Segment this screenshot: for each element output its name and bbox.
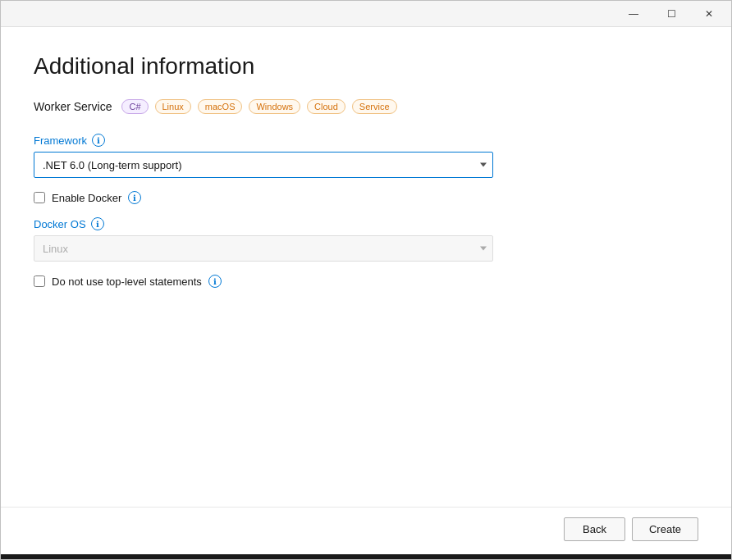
enable-docker-checkbox[interactable] (34, 192, 45, 203)
tag-macos: macOS (198, 99, 243, 114)
enable-docker-row: Enable Docker ℹ (34, 191, 493, 204)
framework-info-icon[interactable]: ℹ (92, 134, 105, 147)
tag-linux: Linux (155, 99, 191, 114)
back-button[interactable]: Back (564, 517, 625, 541)
minimize-button[interactable]: — (615, 1, 652, 27)
page-title: Additional information (34, 53, 698, 80)
framework-label-row: Framework ℹ (34, 134, 493, 147)
bottom-bar (1, 554, 731, 559)
project-type-row: Worker Service C# Linux macOS Windows Cl… (34, 99, 698, 114)
framework-select[interactable]: .NET 6.0 (Long-term support) .NET 7.0 .N… (34, 152, 493, 178)
docker-os-select: Linux Windows (34, 235, 493, 262)
create-button[interactable]: Create (632, 517, 698, 541)
docker-os-info-icon[interactable]: ℹ (91, 217, 104, 230)
top-level-statements-row: Do not use top-level statements ℹ (34, 275, 493, 288)
main-content: Additional information Worker Service C#… (1, 27, 731, 507)
docker-os-label: Docker OS (34, 218, 86, 230)
tag-service: Service (352, 99, 397, 114)
top-level-statements-info-icon[interactable]: ℹ (208, 275, 222, 288)
footer: Back Create (1, 507, 731, 554)
docker-os-label-row: Docker OS ℹ (34, 217, 493, 230)
enable-docker-info-icon[interactable]: ℹ (128, 191, 141, 204)
form-section: Framework ℹ .NET 6.0 (Long-term support)… (34, 134, 493, 288)
top-level-statements-label: Do not use top-level statements (52, 275, 202, 288)
enable-docker-label: Enable Docker (52, 192, 121, 204)
docker-os-field: Docker OS ℹ Linux Windows (34, 217, 493, 262)
framework-select-wrapper: .NET 6.0 (Long-term support) .NET 7.0 .N… (34, 152, 493, 178)
titlebar: — ☐ ✕ (1, 1, 731, 27)
tag-cloud: Cloud (307, 99, 345, 114)
tag-csharp: C# (121, 99, 148, 114)
docker-os-select-wrapper: Linux Windows (34, 235, 493, 262)
maximize-button[interactable]: ☐ (652, 1, 690, 27)
project-type-name: Worker Service (34, 100, 112, 113)
close-button[interactable]: ✕ (690, 1, 728, 27)
tag-windows: Windows (249, 99, 300, 114)
framework-field: Framework ℹ .NET 6.0 (Long-term support)… (34, 134, 493, 178)
top-level-statements-checkbox[interactable] (34, 275, 45, 287)
framework-label: Framework (34, 134, 87, 147)
main-window: — ☐ ✕ Additional information Worker Serv… (0, 0, 732, 560)
